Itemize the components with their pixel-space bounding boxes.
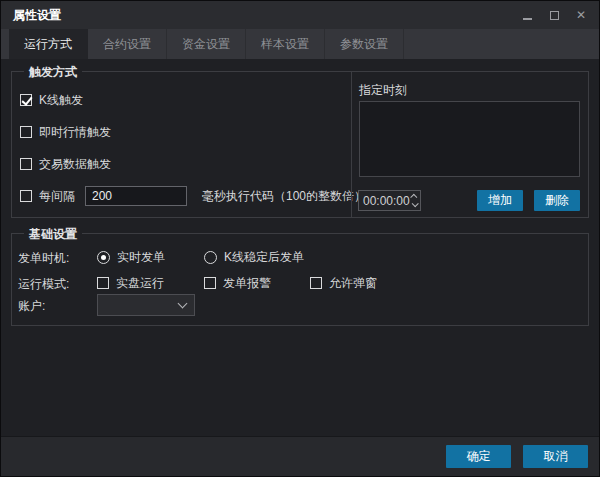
add-time-button[interactable]: 增加 (477, 190, 523, 211)
tab-run-mode[interactable]: 运行方式 (9, 29, 88, 59)
checkbox-order-alarm[interactable]: 发单报警 (204, 273, 271, 293)
checkbox-checked-icon (20, 94, 32, 106)
interval-suffix-label: 毫秒执行代码（100的整数倍） (202, 188, 366, 205)
spinner-down-icon[interactable] (411, 200, 418, 207)
trigger-group-title: 触发方式 (24, 64, 82, 81)
checkbox-allow-popup-label: 允许弹窗 (329, 275, 377, 292)
tab-sample-settings[interactable]: 样本设置 (246, 29, 325, 59)
trade-data-trigger-label: 交易数据触发 (39, 156, 111, 173)
radio-realtime-order-label: 实时发单 (117, 249, 165, 266)
realtime-quote-trigger-checkbox[interactable]: 即时行情触发 (20, 122, 111, 142)
specified-time-list[interactable] (359, 101, 580, 177)
trade-data-trigger-checkbox[interactable]: 交易数据触发 (20, 154, 111, 174)
interval-label: 每间隔 (39, 188, 75, 205)
run-mode-label: 运行模式: (18, 276, 69, 293)
window-controls: ✕ (517, 1, 591, 29)
tab-parameter-settings[interactable]: 参数设置 (325, 29, 404, 59)
minimize-icon (523, 18, 532, 20)
title-bar: 属性设置 ✕ (1, 1, 599, 29)
radio-kline-stable-order[interactable]: K线稳定后发单 (204, 247, 304, 267)
tab-contract-settings[interactable]: 合约设置 (88, 29, 167, 59)
close-button[interactable]: ✕ (571, 5, 591, 25)
realtime-quote-trigger-label: 即时行情触发 (39, 124, 111, 141)
tab-fund-settings[interactable]: 资金设置 (167, 29, 246, 59)
checkbox-unchecked-icon (310, 277, 322, 289)
kline-trigger-label: K线触发 (39, 92, 83, 109)
radio-unselected-icon (204, 251, 217, 264)
radio-realtime-order[interactable]: 实时发单 (97, 247, 165, 267)
delete-time-button[interactable]: 删除 (534, 190, 580, 211)
interval-trigger-row: 每间隔 毫秒执行代码（100的整数倍） (20, 186, 366, 206)
basic-group-title: 基础设置 (24, 226, 82, 243)
account-label: 账户: (18, 298, 45, 315)
checkbox-live-trading-label: 实盘运行 (116, 275, 164, 292)
group-divider (351, 72, 352, 217)
spinner-up-icon[interactable] (410, 194, 417, 201)
tab-bar: 运行方式 合约设置 资金设置 样本设置 参数设置 (1, 29, 599, 59)
chevron-down-icon (178, 299, 188, 309)
properties-dialog: 属性设置 ✕ 运行方式 合约设置 资金设置 样本设置 参数设置 触发方式 K线触 (0, 0, 600, 477)
basic-settings-group: 基础设置 发单时机: 实时发单 K线稳定后发单 运行模式: 实盘运行 发单报警 (11, 233, 589, 326)
trigger-method-group: 触发方式 K线触发 即时行情触发 交易数据触发 每间隔 毫秒执行代码（100的整… (11, 71, 589, 218)
cancel-button[interactable]: 取消 (523, 445, 588, 468)
time-spinner-value: 00:00:00 (363, 194, 410, 208)
order-timing-label: 发单时机: (18, 250, 69, 267)
ok-button[interactable]: 确定 (446, 445, 511, 468)
interval-trigger-checkbox[interactable] (20, 190, 32, 202)
checkbox-order-alarm-label: 发单报警 (223, 275, 271, 292)
radio-kline-stable-order-label: K线稳定后发单 (224, 249, 304, 266)
radio-selected-icon (97, 251, 110, 264)
checkbox-unchecked-icon (97, 277, 109, 289)
interval-ms-input[interactable] (85, 186, 187, 206)
checkbox-unchecked-icon (20, 158, 32, 170)
dialog-title: 属性设置 (13, 7, 61, 24)
spinner-arrows (412, 194, 417, 207)
kline-trigger-checkbox[interactable]: K线触发 (20, 90, 83, 110)
specified-time-label: 指定时刻 (359, 82, 407, 99)
tab-content-run-mode: 触发方式 K线触发 即时行情触发 交易数据触发 每间隔 毫秒执行代码（100的整… (1, 59, 599, 436)
time-spinner[interactable]: 00:00:00 (358, 190, 421, 211)
account-select[interactable] (97, 294, 195, 316)
checkbox-unchecked-icon (20, 126, 32, 138)
dialog-footer: 确定 取消 (1, 436, 599, 476)
maximize-button[interactable] (544, 5, 564, 25)
maximize-icon (550, 11, 559, 20)
close-icon: ✕ (576, 9, 586, 21)
checkbox-unchecked-icon (204, 277, 216, 289)
minimize-button[interactable] (517, 5, 537, 25)
checkbox-allow-popup[interactable]: 允许弹窗 (310, 273, 377, 293)
checkbox-live-trading[interactable]: 实盘运行 (97, 273, 164, 293)
